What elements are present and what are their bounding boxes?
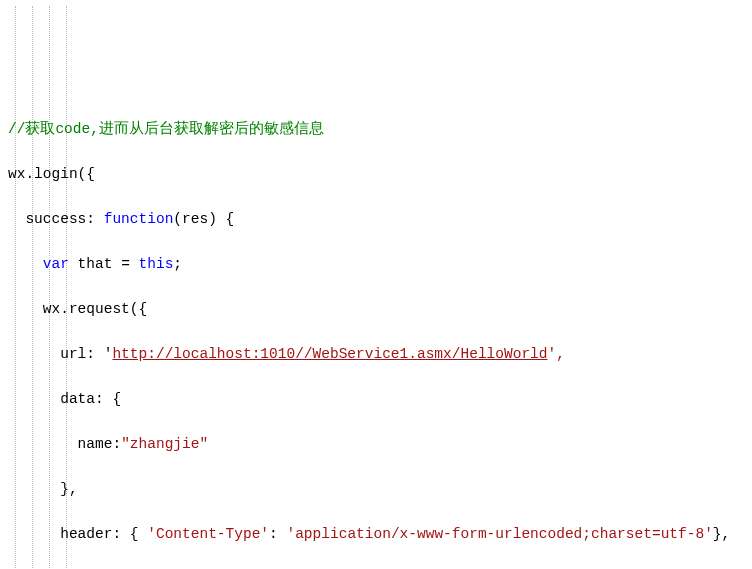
code-line: data: { — [6, 388, 752, 410]
comment: //获取code,进而从后台获取解密后的敏感信息 — [8, 121, 324, 137]
code-text: }, — [713, 526, 730, 542]
code-line: wx.login({ — [6, 163, 752, 185]
code-text: url: ' — [8, 346, 112, 362]
code-text: wx.login({ — [8, 166, 95, 182]
code-line: header: { 'Content-Type': 'application/x… — [6, 523, 752, 545]
keyword: function — [104, 211, 174, 227]
code-block: //获取code,进而从后台获取解密后的敏感信息 wx.login({ succ… — [6, 6, 752, 569]
string: 'Content-Type' — [147, 526, 269, 542]
code-line: name:"zhangjie" — [6, 433, 752, 455]
keyword: var — [43, 256, 69, 272]
code-line: }, — [6, 478, 752, 500]
url-string: http://localhost:1010//WebService1.asmx/… — [112, 346, 547, 362]
indent — [8, 256, 43, 272]
code-text: }, — [8, 481, 78, 497]
code-text: : — [269, 526, 286, 542]
code-line: success: function(res) { — [6, 208, 752, 230]
code-text: success: — [8, 211, 104, 227]
string: ', — [548, 346, 565, 362]
code-text: data: { — [8, 391, 121, 407]
keyword: this — [139, 256, 174, 272]
code-line: var that = this; — [6, 253, 752, 275]
code-text: name: — [8, 436, 121, 452]
code-text: (res) { — [173, 211, 234, 227]
code-text: ; — [173, 256, 182, 272]
code-line: url: 'http://localhost:1010//WebService1… — [6, 343, 752, 365]
code-text: header: { — [8, 526, 147, 542]
string: 'application/x-www-form-urlencoded;chars… — [286, 526, 712, 542]
code-line: //获取code,进而从后台获取解密后的敏感信息 — [6, 118, 752, 140]
code-text: wx.request({ — [8, 301, 147, 317]
code-text: that = — [69, 256, 139, 272]
string: "zhangjie" — [121, 436, 208, 452]
code-line: wx.request({ — [6, 298, 752, 320]
